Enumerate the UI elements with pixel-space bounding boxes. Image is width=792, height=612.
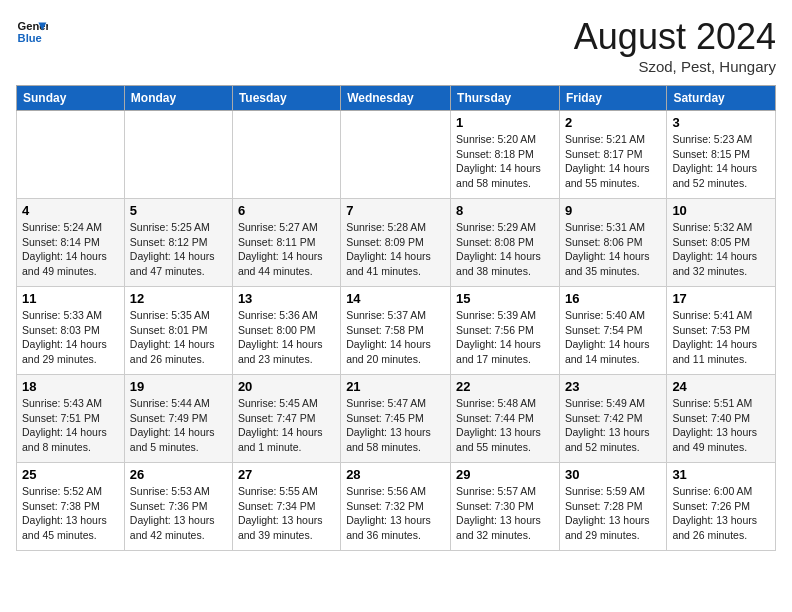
day-info: Sunrise: 5:23 AM Sunset: 8:15 PM Dayligh… xyxy=(672,132,770,191)
day-number: 29 xyxy=(456,467,554,482)
calendar-cell: 15Sunrise: 5:39 AM Sunset: 7:56 PM Dayli… xyxy=(451,287,560,375)
day-number: 23 xyxy=(565,379,661,394)
calendar-body: 1Sunrise: 5:20 AM Sunset: 8:18 PM Daylig… xyxy=(17,111,776,551)
day-info: Sunrise: 5:43 AM Sunset: 7:51 PM Dayligh… xyxy=(22,396,119,455)
day-number: 7 xyxy=(346,203,445,218)
day-info: Sunrise: 6:00 AM Sunset: 7:26 PM Dayligh… xyxy=(672,484,770,543)
day-number: 31 xyxy=(672,467,770,482)
day-number: 26 xyxy=(130,467,227,482)
calendar-cell: 9Sunrise: 5:31 AM Sunset: 8:06 PM Daylig… xyxy=(559,199,666,287)
day-info: Sunrise: 5:24 AM Sunset: 8:14 PM Dayligh… xyxy=(22,220,119,279)
dow-header-thursday: Thursday xyxy=(451,86,560,111)
day-info: Sunrise: 5:49 AM Sunset: 7:42 PM Dayligh… xyxy=(565,396,661,455)
day-number: 10 xyxy=(672,203,770,218)
calendar-cell: 10Sunrise: 5:32 AM Sunset: 8:05 PM Dayli… xyxy=(667,199,776,287)
calendar-cell: 31Sunrise: 6:00 AM Sunset: 7:26 PM Dayli… xyxy=(667,463,776,551)
calendar-cell xyxy=(341,111,451,199)
calendar-cell: 4Sunrise: 5:24 AM Sunset: 8:14 PM Daylig… xyxy=(17,199,125,287)
calendar-cell: 27Sunrise: 5:55 AM Sunset: 7:34 PM Dayli… xyxy=(232,463,340,551)
day-number: 24 xyxy=(672,379,770,394)
dow-header-tuesday: Tuesday xyxy=(232,86,340,111)
day-of-week-header-row: SundayMondayTuesdayWednesdayThursdayFrid… xyxy=(17,86,776,111)
calendar-cell: 16Sunrise: 5:40 AM Sunset: 7:54 PM Dayli… xyxy=(559,287,666,375)
day-info: Sunrise: 5:51 AM Sunset: 7:40 PM Dayligh… xyxy=(672,396,770,455)
calendar-cell: 6Sunrise: 5:27 AM Sunset: 8:11 PM Daylig… xyxy=(232,199,340,287)
calendar-cell: 29Sunrise: 5:57 AM Sunset: 7:30 PM Dayli… xyxy=(451,463,560,551)
dow-header-wednesday: Wednesday xyxy=(341,86,451,111)
day-info: Sunrise: 5:39 AM Sunset: 7:56 PM Dayligh… xyxy=(456,308,554,367)
calendar-cell: 20Sunrise: 5:45 AM Sunset: 7:47 PM Dayli… xyxy=(232,375,340,463)
week-row-4: 18Sunrise: 5:43 AM Sunset: 7:51 PM Dayli… xyxy=(17,375,776,463)
week-row-1: 1Sunrise: 5:20 AM Sunset: 8:18 PM Daylig… xyxy=(17,111,776,199)
calendar-cell: 26Sunrise: 5:53 AM Sunset: 7:36 PM Dayli… xyxy=(124,463,232,551)
day-number: 28 xyxy=(346,467,445,482)
day-number: 2 xyxy=(565,115,661,130)
logo-icon: General Blue xyxy=(16,16,48,48)
day-info: Sunrise: 5:21 AM Sunset: 8:17 PM Dayligh… xyxy=(565,132,661,191)
day-number: 1 xyxy=(456,115,554,130)
calendar-cell: 28Sunrise: 5:56 AM Sunset: 7:32 PM Dayli… xyxy=(341,463,451,551)
calendar-cell: 12Sunrise: 5:35 AM Sunset: 8:01 PM Dayli… xyxy=(124,287,232,375)
day-info: Sunrise: 5:31 AM Sunset: 8:06 PM Dayligh… xyxy=(565,220,661,279)
dow-header-monday: Monday xyxy=(124,86,232,111)
title-block: August 2024 Szod, Pest, Hungary xyxy=(574,16,776,75)
calendar-cell: 3Sunrise: 5:23 AM Sunset: 8:15 PM Daylig… xyxy=(667,111,776,199)
day-info: Sunrise: 5:33 AM Sunset: 8:03 PM Dayligh… xyxy=(22,308,119,367)
day-number: 18 xyxy=(22,379,119,394)
day-info: Sunrise: 5:25 AM Sunset: 8:12 PM Dayligh… xyxy=(130,220,227,279)
day-number: 19 xyxy=(130,379,227,394)
day-number: 4 xyxy=(22,203,119,218)
calendar-cell xyxy=(232,111,340,199)
day-info: Sunrise: 5:41 AM Sunset: 7:53 PM Dayligh… xyxy=(672,308,770,367)
day-number: 20 xyxy=(238,379,335,394)
calendar-cell: 24Sunrise: 5:51 AM Sunset: 7:40 PM Dayli… xyxy=(667,375,776,463)
logo: General Blue xyxy=(16,16,52,48)
day-info: Sunrise: 5:56 AM Sunset: 7:32 PM Dayligh… xyxy=(346,484,445,543)
day-info: Sunrise: 5:47 AM Sunset: 7:45 PM Dayligh… xyxy=(346,396,445,455)
week-row-5: 25Sunrise: 5:52 AM Sunset: 7:38 PM Dayli… xyxy=(17,463,776,551)
day-number: 9 xyxy=(565,203,661,218)
day-info: Sunrise: 5:37 AM Sunset: 7:58 PM Dayligh… xyxy=(346,308,445,367)
location-subtitle: Szod, Pest, Hungary xyxy=(574,58,776,75)
svg-text:Blue: Blue xyxy=(18,32,42,44)
day-number: 25 xyxy=(22,467,119,482)
day-number: 27 xyxy=(238,467,335,482)
day-info: Sunrise: 5:48 AM Sunset: 7:44 PM Dayligh… xyxy=(456,396,554,455)
dow-header-saturday: Saturday xyxy=(667,86,776,111)
calendar-cell: 25Sunrise: 5:52 AM Sunset: 7:38 PM Dayli… xyxy=(17,463,125,551)
day-number: 13 xyxy=(238,291,335,306)
day-number: 14 xyxy=(346,291,445,306)
day-info: Sunrise: 5:45 AM Sunset: 7:47 PM Dayligh… xyxy=(238,396,335,455)
day-info: Sunrise: 5:40 AM Sunset: 7:54 PM Dayligh… xyxy=(565,308,661,367)
day-info: Sunrise: 5:32 AM Sunset: 8:05 PM Dayligh… xyxy=(672,220,770,279)
day-info: Sunrise: 5:55 AM Sunset: 7:34 PM Dayligh… xyxy=(238,484,335,543)
calendar-cell xyxy=(124,111,232,199)
page-header: General Blue August 2024 Szod, Pest, Hun… xyxy=(16,16,776,75)
day-number: 12 xyxy=(130,291,227,306)
dow-header-friday: Friday xyxy=(559,86,666,111)
day-number: 21 xyxy=(346,379,445,394)
week-row-3: 11Sunrise: 5:33 AM Sunset: 8:03 PM Dayli… xyxy=(17,287,776,375)
calendar-cell: 2Sunrise: 5:21 AM Sunset: 8:17 PM Daylig… xyxy=(559,111,666,199)
day-info: Sunrise: 5:27 AM Sunset: 8:11 PM Dayligh… xyxy=(238,220,335,279)
calendar-cell: 5Sunrise: 5:25 AM Sunset: 8:12 PM Daylig… xyxy=(124,199,232,287)
calendar-cell: 8Sunrise: 5:29 AM Sunset: 8:08 PM Daylig… xyxy=(451,199,560,287)
calendar-cell: 21Sunrise: 5:47 AM Sunset: 7:45 PM Dayli… xyxy=(341,375,451,463)
day-info: Sunrise: 5:20 AM Sunset: 8:18 PM Dayligh… xyxy=(456,132,554,191)
dow-header-sunday: Sunday xyxy=(17,86,125,111)
day-number: 5 xyxy=(130,203,227,218)
day-info: Sunrise: 5:53 AM Sunset: 7:36 PM Dayligh… xyxy=(130,484,227,543)
month-year-title: August 2024 xyxy=(574,16,776,58)
day-number: 6 xyxy=(238,203,335,218)
day-number: 11 xyxy=(22,291,119,306)
day-number: 16 xyxy=(565,291,661,306)
calendar-cell: 22Sunrise: 5:48 AM Sunset: 7:44 PM Dayli… xyxy=(451,375,560,463)
day-info: Sunrise: 5:29 AM Sunset: 8:08 PM Dayligh… xyxy=(456,220,554,279)
calendar-cell: 1Sunrise: 5:20 AM Sunset: 8:18 PM Daylig… xyxy=(451,111,560,199)
day-number: 22 xyxy=(456,379,554,394)
day-info: Sunrise: 5:36 AM Sunset: 8:00 PM Dayligh… xyxy=(238,308,335,367)
day-info: Sunrise: 5:57 AM Sunset: 7:30 PM Dayligh… xyxy=(456,484,554,543)
calendar-cell: 17Sunrise: 5:41 AM Sunset: 7:53 PM Dayli… xyxy=(667,287,776,375)
calendar-cell xyxy=(17,111,125,199)
day-number: 30 xyxy=(565,467,661,482)
